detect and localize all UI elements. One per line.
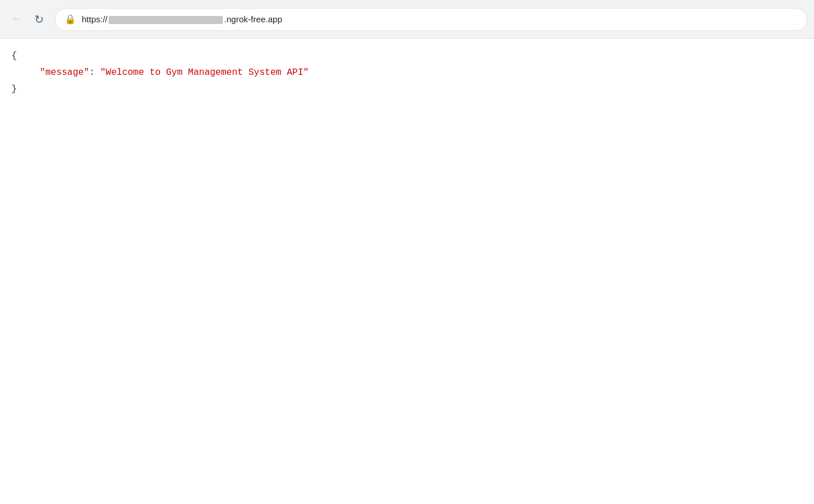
json-open-brace-line: { bbox=[11, 48, 803, 65]
url-suffix: .ngrok-free.app bbox=[224, 14, 282, 24]
reload-icon: ↻ bbox=[34, 13, 44, 26]
url-prefix: https:// bbox=[82, 14, 107, 24]
json-message-line: "message": "Welcome to Gym Management Sy… bbox=[11, 65, 803, 81]
nav-buttons: ← ↻ bbox=[7, 10, 48, 29]
url-display: https://.ngrok-free.app bbox=[82, 14, 282, 24]
back-button[interactable]: ← bbox=[7, 10, 25, 29]
close-brace: } bbox=[11, 84, 17, 94]
address-bar[interactable]: 🔒 https://.ngrok-free.app bbox=[55, 8, 807, 31]
json-colon: : bbox=[89, 67, 100, 78]
json-close-brace-line: } bbox=[11, 81, 803, 98]
back-icon: ← bbox=[11, 13, 21, 25]
page-content: { "message": "Welcome to Gym Management … bbox=[0, 39, 814, 504]
lock-icon: 🔒 bbox=[65, 14, 76, 25]
url-redacted-part bbox=[109, 16, 223, 24]
json-value: "Welcome to Gym Management System API" bbox=[100, 67, 309, 78]
json-key: "message" bbox=[40, 67, 89, 78]
reload-button[interactable]: ↻ bbox=[30, 10, 48, 29]
open-brace: { bbox=[11, 51, 17, 61]
browser-toolbar: ← ↻ 🔒 https://.ngrok-free.app bbox=[0, 0, 814, 39]
